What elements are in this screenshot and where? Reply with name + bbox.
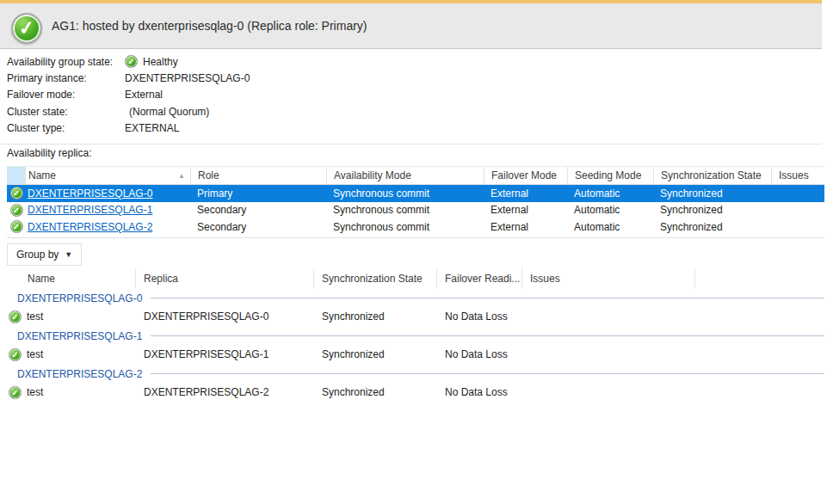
column-header-name[interactable]: Name (7, 268, 136, 288)
cell-spacer (695, 307, 824, 326)
cell-failover-mode: External (484, 202, 568, 219)
healthy-check-icon (9, 310, 22, 323)
column-header-label: Role (198, 169, 219, 181)
replica-link[interactable]: DXENTERPRISESQLAG-2 (28, 221, 152, 233)
cell-role: Secondary (191, 202, 327, 219)
replica-table-header: Name ▲ Role Availability Mode Failover M… (7, 166, 824, 185)
detail-label: Failover mode: (7, 89, 125, 101)
cell-issues (772, 202, 824, 219)
cell-availability-mode: Synchronous commit (327, 218, 484, 236)
detail-row-state: Availability group state: Healthy (7, 53, 250, 70)
page-title: AG1: hosted by dxenterprisesqlag-0 (Repl… (52, 19, 367, 33)
cell-synchronization-state: Synchronized (314, 383, 437, 402)
cell-issues (522, 307, 695, 326)
column-header-spacer (695, 268, 824, 288)
group-header[interactable]: DXENTERPRISESQLAG-1 (7, 327, 824, 345)
group-rule (151, 335, 824, 336)
detail-value: (Normal Quorum) (125, 106, 209, 118)
table-row[interactable]: DXENTERPRISESQLAG-2 Secondary Synchronou… (7, 218, 824, 236)
selector-column-header[interactable] (7, 167, 26, 184)
table-row[interactable]: test DXENTERPRISESQLAG-1 Synchronized No… (7, 345, 824, 364)
detail-row-cluster-state: Cluster state: (Normal Quorum) (7, 103, 250, 120)
healthy-check-icon (9, 348, 22, 361)
healthy-status-icon (11, 13, 42, 44)
cell-issues (522, 383, 695, 402)
cell-seeding-mode: Automatic (568, 202, 654, 219)
cell-database-name: test (27, 386, 43, 398)
table-row[interactable]: DXENTERPRISESQLAG-0 Primary Synchronous … (7, 185, 824, 202)
column-header-issues[interactable]: Issues (522, 268, 695, 288)
availability-group-banner: AG1: hosted by dxenterprisesqlag-0 (Repl… (0, 3, 822, 49)
column-header-label: Synchronization State (661, 169, 762, 181)
column-header-availability-mode[interactable]: Availability Mode (327, 167, 484, 184)
detail-label: Cluster state: (7, 106, 125, 118)
table-row[interactable]: test DXENTERPRISESQLAG-2 Synchronized No… (7, 383, 824, 402)
column-header-name[interactable]: Name ▲ (26, 167, 191, 184)
healthy-check-icon (10, 187, 23, 200)
cell-synchronization-state: Synchronized (654, 202, 772, 219)
ag-details: Availability group state: Healthy Primar… (7, 53, 250, 137)
column-header-issues[interactable]: Issues (772, 167, 824, 184)
detail-value: Healthy (143, 56, 178, 68)
detail-row-failover-mode: Failover mode: External (7, 87, 250, 103)
detail-value: External (125, 89, 163, 101)
section-divider (7, 237, 824, 238)
detail-label: Cluster type: (7, 122, 125, 134)
replica-link[interactable]: DXENTERPRISESQLAG-1 (28, 204, 152, 216)
column-header-label: Issues (530, 273, 560, 285)
group-title: DXENTERPRISESQLAG-1 (17, 330, 142, 342)
healthy-check-icon (125, 55, 138, 68)
column-header-label: Failover Readi... (445, 273, 520, 285)
cell-issues (772, 185, 824, 202)
column-header-role[interactable]: Role (191, 167, 327, 184)
group-rule (151, 298, 824, 298)
detail-row-cluster-type: Cluster type: EXTERNAL (7, 120, 250, 137)
healthy-check-icon (9, 386, 22, 399)
column-header-label: Replica (144, 273, 178, 285)
database-table-header: Name Replica Synchronization State Failo… (7, 268, 824, 288)
cell-replica: DXENTERPRISESQLAG-0 (136, 307, 314, 326)
group-header[interactable]: DXENTERPRISESQLAG-2 (7, 365, 824, 383)
healthy-check-icon (10, 204, 23, 217)
cell-database-name: test (27, 310, 43, 323)
column-header-seeding-mode[interactable]: Seeding Mode (568, 167, 654, 184)
column-header-failover-mode[interactable]: Failover Mode (484, 167, 568, 184)
detail-value: DXENTERPRISESQLAG-0 (125, 72, 250, 84)
healthy-check-icon (10, 220, 23, 233)
table-row[interactable]: test DXENTERPRISESQLAG-0 Synchronized No… (7, 307, 824, 326)
cell-synchronization-state: Synchronized (314, 307, 437, 326)
database-table: Name Replica Synchronization State Failo… (7, 268, 824, 402)
sort-ascending-icon: ▲ (178, 172, 185, 180)
cell-replica: DXENTERPRISESQLAG-2 (136, 383, 314, 402)
availability-replica-label: Availability replica: (7, 147, 92, 159)
table-row[interactable]: DXENTERPRISESQLAG-1 Secondary Synchronou… (7, 202, 824, 219)
replica-link[interactable]: DXENTERPRISESQLAG-0 (28, 187, 152, 200)
cell-role: Primary (191, 185, 327, 202)
column-header-synchronization-state[interactable]: Synchronization State (314, 268, 437, 288)
group-title: DXENTERPRISESQLAG-2 (17, 368, 142, 380)
group-by-label: Group by (16, 249, 59, 261)
column-header-failover-readiness[interactable]: Failover Readi... (437, 268, 522, 288)
column-header-synchronization-state[interactable]: Synchronization State (654, 167, 772, 184)
group-rule (151, 373, 824, 374)
column-header-label: Issues (779, 169, 809, 181)
cell-failover-readiness: No Data Loss (437, 345, 522, 364)
replica-table: Name ▲ Role Availability Mode Failover M… (7, 166, 824, 236)
column-header-replica[interactable]: Replica (136, 268, 314, 288)
cell-synchronization-state: Synchronized (314, 345, 437, 364)
cell-failover-readiness: No Data Loss (437, 307, 522, 326)
cell-synchronization-state: Synchronized (654, 218, 772, 236)
cell-availability-mode: Synchronous commit (327, 185, 484, 202)
detail-value: EXTERNAL (125, 122, 179, 134)
column-header-label: Name (28, 169, 56, 181)
cell-synchronization-state: Synchronized (654, 185, 772, 202)
column-header-label: Availability Mode (334, 169, 411, 181)
group-by-button[interactable]: Group by ▼ (7, 243, 82, 266)
group-header[interactable]: DXENTERPRISESQLAG-0 (7, 289, 824, 307)
ag-dashboard: AG1: hosted by dxenterprisesqlag-0 (Repl… (0, 0, 827, 504)
cell-availability-mode: Synchronous commit (327, 202, 484, 219)
cell-issues (772, 218, 824, 236)
column-header-label: Failover Mode (491, 169, 557, 181)
column-header-label: Name (28, 273, 55, 285)
cell-seeding-mode: Automatic (568, 185, 654, 202)
